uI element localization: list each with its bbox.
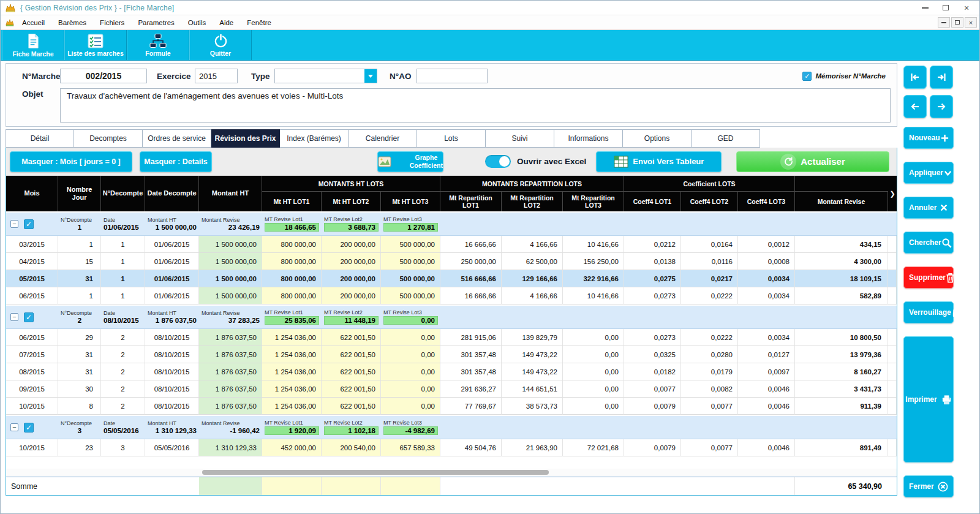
column-header-mt-ht-lot2[interactable]: Mt HT LOT2 (322, 192, 381, 211)
envoi-tableur-button[interactable]: Envoi Vers Tableur (596, 151, 722, 172)
minimize-button[interactable] (914, 1, 935, 15)
supprimer-button[interactable]: Supprimer (903, 266, 954, 289)
table-row[interactable]: 06/20151101/06/20151 500 000,00800 000,0… (6, 287, 897, 304)
cell-n-decompte: 2 (101, 363, 145, 380)
cell-filler (888, 253, 897, 270)
cell-mt-ht-lot3: 500 000,00 (381, 236, 440, 253)
masquer-details-button[interactable]: Masquer : Details (140, 151, 212, 172)
nouveau-button[interactable]: Nouveau (903, 127, 954, 149)
column-header-montant-revise[interactable]: Montant Revise (795, 192, 888, 211)
toolbar-fiche-marche-button[interactable]: Fiche Marche (2, 30, 64, 60)
n-ao-input[interactable] (417, 69, 488, 83)
menu-item-outils[interactable]: Outils (181, 17, 213, 29)
nav-first-button[interactable] (903, 66, 927, 89)
tab-d-tail[interactable]: Détail (6, 129, 74, 148)
group-field-value: 3 (61, 427, 99, 434)
table-row-selected[interactable]: 05/201531101/06/20151 500 000,00800 000,… (6, 270, 897, 287)
imprimer-button[interactable]: Imprimer (903, 336, 954, 463)
masquer-mois-button[interactable]: Masquer : Mois [ jours = 0 ] (10, 151, 132, 172)
cell-mt-repartition-lot3: 0,00 (563, 346, 624, 363)
column-header-coeff4-lot1[interactable]: Coeff4 LOT1 (624, 192, 681, 211)
tab-suivi[interactable]: Suivi (486, 129, 554, 148)
tab-index-bar-mes[interactable]: Index (Barémes) (280, 129, 349, 148)
type-select[interactable] (274, 69, 377, 83)
mdi-minimize-button[interactable] (938, 17, 950, 28)
actualiser-button[interactable]: Actualiser (736, 151, 889, 172)
verrouillage-button[interactable]: Verrouillage (903, 301, 954, 323)
header-scroll-right-icon[interactable]: ❯ (888, 176, 897, 211)
memoriser-checkbox[interactable]: ✓ (802, 72, 812, 81)
table-row[interactable]: 08/201531208/10/20151 876 037,501 254 03… (6, 363, 897, 380)
objet-input[interactable]: Travaux d'achèvement de l'aménagement de… (60, 88, 891, 123)
n-marche-input[interactable] (60, 69, 147, 83)
group-row-decompte-1[interactable]: −✓N°Decompte1Date01/06/2015Montant HT1 5… (6, 211, 897, 236)
menu-item-accueil[interactable]: Accueil (15, 17, 51, 29)
fermer-button[interactable]: Fermer (903, 475, 954, 497)
group-row-decompte-2[interactable]: −✓N°Decompte2Date08/10/2015Montant HT1 8… (6, 304, 897, 329)
nav-prev-button[interactable] (903, 95, 927, 118)
menu-item-parametres[interactable]: Parametres (131, 17, 181, 29)
exercice-input[interactable] (195, 69, 238, 83)
column-header-mt-repartition-lot2[interactable]: Mt Repartition LOT2 (502, 192, 563, 211)
toolbar-formule-button[interactable]: Formule (127, 30, 189, 60)
tab-decomptes[interactable]: Decomptes (74, 129, 143, 148)
collapse-expander-icon[interactable]: − (10, 423, 18, 431)
ouvrir-excel-toggle[interactable] (485, 155, 511, 168)
collapse-expander-icon[interactable]: − (10, 313, 18, 321)
tab-r-vision-des-prix[interactable]: Révision des Prix (211, 129, 280, 148)
group-row-decompte-3[interactable]: −✓N°Decompte3Date05/05/2016Montant HT1 3… (6, 415, 897, 439)
chercher-button[interactable]: Chercher (903, 232, 954, 254)
appliquer-button[interactable]: Appliquer (903, 162, 954, 184)
tab-ged[interactable]: GED (692, 129, 760, 148)
horizontal-scrollbar[interactable] (6, 469, 897, 477)
menu-item-aide[interactable]: Aide (213, 17, 240, 29)
column-header-mt-ht-lot3[interactable]: Mt HT LOT3 (381, 192, 440, 211)
menu-item-bar-mes[interactable]: Barèmes (51, 17, 93, 29)
column-header-nombre-jour[interactable]: Nombre Jour (58, 176, 101, 211)
tab-ordres-de-service[interactable]: Ordres de service (143, 129, 211, 148)
nav-last-button[interactable] (930, 66, 953, 89)
column-header-mois[interactable]: Mois (6, 176, 58, 211)
group-checkbox[interactable]: ✓ (24, 423, 34, 433)
mdi-restore-button[interactable] (951, 17, 963, 28)
tab-options[interactable]: Options (623, 129, 692, 148)
cell-nombre-jour: 15 (58, 253, 101, 270)
table-row[interactable]: 06/201529208/10/20151 876 037,501 254 03… (6, 329, 897, 346)
collapse-expander-icon[interactable]: − (10, 220, 18, 228)
column-header-mt-repartition-lot1[interactable]: Mt Repartition LOT1 (440, 192, 502, 211)
column-header-coeff4-lot3[interactable]: Coeff4 LOT3 (738, 192, 795, 211)
tab-calendrier[interactable]: Calendrier (349, 129, 417, 148)
toolbar-liste-des-marches-button[interactable]: Liste des marches (64, 30, 127, 60)
column-header-n-decompte[interactable]: N°Decompte (101, 176, 145, 211)
menu-item-fichiers[interactable]: Fichiers (93, 17, 131, 29)
column-header-mt-ht-lot1[interactable]: Mt HT LOT1 (262, 192, 322, 211)
graphe-coefficient-button[interactable]: Graphe Coefficient (377, 151, 443, 172)
table-row[interactable]: 07/201531208/10/20151 876 037,501 254 03… (6, 346, 897, 363)
annuler-button[interactable]: Annuler (903, 197, 954, 219)
maximize-button[interactable] (935, 1, 956, 15)
group-checkbox[interactable]: ✓ (24, 312, 34, 322)
cell-mt-repartition-lot1: 16 666,66 (440, 236, 502, 253)
cell-n-decompte: 2 (101, 346, 145, 363)
cell-coeff4-lot2: 0,0077 (681, 439, 738, 456)
nav-next-button[interactable] (930, 95, 953, 118)
scrollbar-thumb[interactable] (202, 470, 549, 475)
mdi-close-button[interactable]: × (965, 17, 977, 28)
group-checkbox[interactable]: ✓ (24, 219, 34, 229)
cell-filler (888, 270, 897, 287)
column-header-montant-ht[interactable]: Montant HT (199, 176, 262, 211)
column-header-mt-repartition-lot3[interactable]: Mt Repartition LOT3 (563, 192, 624, 211)
column-header-coeff4-lot2[interactable]: Coeff4 LOT2 (681, 192, 738, 211)
column-header-date-decompte[interactable]: Date Decompte (145, 176, 199, 211)
toolbar-quitter-button[interactable]: Quitter (189, 30, 252, 60)
table-row[interactable]: 09/201530208/10/20151 876 037,501 254 03… (6, 380, 897, 398)
tab-informations[interactable]: Informations (554, 129, 623, 148)
close-button[interactable]: × (956, 1, 977, 15)
tab-lots[interactable]: Lots (417, 129, 486, 148)
menu-item-fen-tre[interactable]: Fenêtre (240, 17, 278, 29)
table-row[interactable]: 04/201515101/06/20151 500 000,00800 000,… (6, 253, 897, 270)
table-row[interactable]: 10/20158208/10/20151 876 037,501 254 036… (6, 398, 897, 415)
chevron-down-icon[interactable] (364, 69, 377, 83)
table-row[interactable]: 10/201523305/05/20161 310 129,33452 000,… (6, 439, 897, 456)
table-row[interactable]: 03/20151101/06/20151 500 000,00800 000,0… (6, 236, 897, 253)
